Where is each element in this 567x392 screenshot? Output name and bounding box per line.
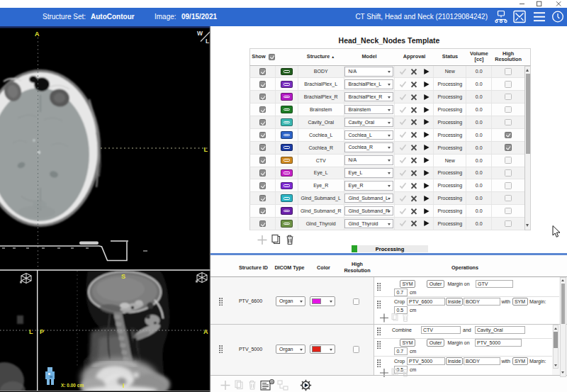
svg-text:L: L bbox=[204, 146, 208, 153]
svg-text:L: L bbox=[206, 38, 209, 45]
svg-text:A: A bbox=[203, 328, 208, 335]
svg-text:X: 0.00 cm: X: 0.00 cm bbox=[61, 383, 84, 388]
svg-text:W: W bbox=[197, 30, 203, 37]
svg-text:L: L bbox=[29, 328, 33, 335]
svg-text:P: P bbox=[40, 328, 44, 335]
svg-text:S: S bbox=[121, 273, 125, 280]
svg-text:I: I bbox=[123, 382, 125, 389]
svg-text:A: A bbox=[35, 30, 40, 38]
